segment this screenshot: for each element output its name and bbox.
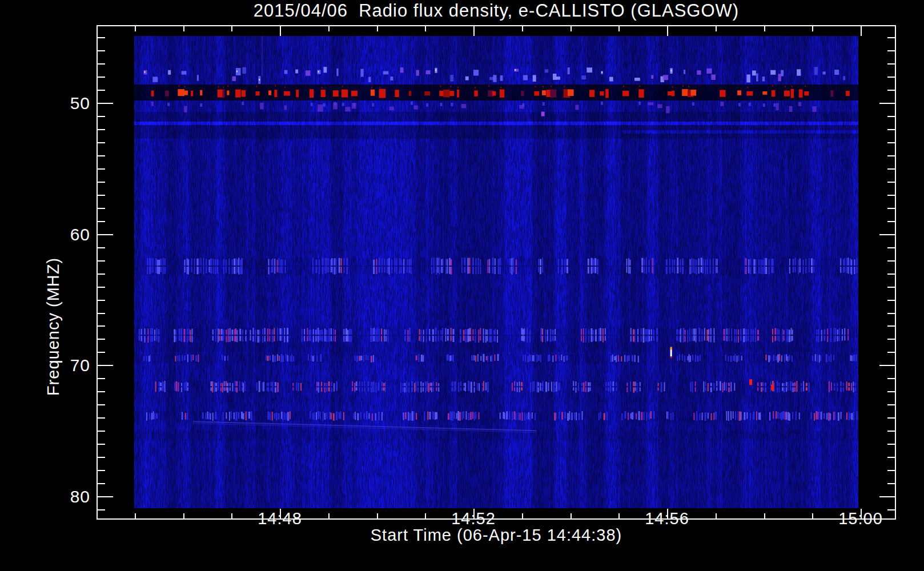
axis-tick	[887, 325, 895, 327]
axis-tick	[887, 116, 895, 117]
axis-tick	[887, 182, 895, 183]
axis-tick	[812, 513, 813, 518]
axis-tick	[887, 300, 895, 301]
spectrogram-canvas	[134, 36, 858, 508]
axis-tick	[231, 26, 232, 31]
axis-tick	[887, 90, 895, 91]
axis-tick	[887, 221, 895, 222]
axis-tick	[231, 513, 232, 518]
axis-tick	[887, 260, 895, 262]
axis-tick	[716, 26, 717, 31]
axis-tick	[887, 457, 895, 458]
axis-tick	[98, 339, 105, 340]
axis-tick	[98, 313, 105, 314]
axis-tick	[618, 26, 620, 31]
callisto-spectrogram-page: { "title": "2015/04/06 Radio flux densit…	[0, 0, 924, 571]
axis-tick	[812, 26, 813, 31]
axis-tick	[98, 496, 113, 497]
axis-tick	[522, 26, 523, 31]
axis-tick	[98, 509, 105, 510]
axis-tick	[98, 260, 105, 262]
axis-tick	[887, 50, 895, 51]
axis-tick	[98, 63, 105, 65]
axis-tick	[98, 404, 105, 405]
x-axis-title: Start Time (06-Apr-15 14:44:38)	[97, 526, 896, 545]
axis-tick	[618, 513, 620, 518]
axis-tick	[887, 431, 895, 432]
axis-tick	[716, 513, 717, 518]
axis-tick	[879, 365, 895, 366]
axis-tick	[98, 182, 105, 183]
axis-tick	[98, 103, 113, 104]
axis-tick	[98, 77, 105, 78]
axis-tick	[98, 168, 105, 170]
axis-tick	[473, 26, 475, 36]
axis-tick	[887, 313, 895, 314]
axis-tick	[887, 195, 895, 196]
axis-tick	[667, 26, 668, 36]
axis-tick	[425, 26, 426, 31]
axis-tick	[98, 378, 105, 379]
axis-tick	[98, 431, 105, 432]
axis-tick	[425, 513, 426, 518]
axis-tick	[183, 513, 184, 518]
axis-tick	[887, 378, 895, 379]
axis-tick	[98, 300, 105, 301]
axis-tick	[135, 26, 136, 31]
axis-tick	[887, 37, 895, 38]
axis-tick	[887, 129, 895, 130]
axis-tick	[522, 513, 523, 518]
axis-tick	[887, 208, 895, 209]
y-tick-label: 60	[0, 225, 90, 244]
axis-tick	[887, 483, 895, 484]
axis-tick	[135, 513, 136, 518]
axis-tick	[571, 26, 572, 31]
axis-tick	[328, 513, 330, 518]
axis-tick	[98, 444, 105, 445]
axis-tick	[887, 339, 895, 340]
axis-tick	[328, 26, 330, 31]
axis-tick	[879, 234, 895, 235]
axis-tick	[98, 234, 113, 235]
axis-tick	[280, 26, 281, 36]
axis-tick	[571, 513, 572, 518]
axis-tick	[98, 470, 105, 471]
axis-tick	[887, 444, 895, 445]
axis-tick	[887, 274, 895, 275]
axis-tick	[887, 352, 895, 353]
axis-tick	[764, 26, 765, 31]
axis-tick	[98, 90, 105, 91]
axis-tick	[887, 404, 895, 405]
axis-tick	[98, 417, 105, 419]
axis-tick	[183, 26, 184, 31]
axis-tick	[98, 352, 105, 353]
axis-tick	[98, 155, 105, 156]
axis-tick	[98, 116, 105, 117]
axis-tick	[887, 168, 895, 170]
axis-tick	[887, 417, 895, 419]
axis-tick	[98, 50, 105, 51]
y-axis-title: Frequency (MHZ)	[44, 258, 63, 396]
axis-tick	[98, 37, 105, 38]
axis-tick	[887, 142, 895, 143]
plot-title: 2015/04/06 Radio flux density, e-CALLIST…	[97, 1, 896, 23]
y-tick-label: 80	[0, 487, 90, 506]
axis-tick	[98, 365, 113, 366]
axis-tick	[98, 325, 105, 327]
axis-tick	[98, 483, 105, 484]
y-tick-label: 50	[0, 94, 90, 113]
axis-tick	[887, 287, 895, 288]
axis-tick	[98, 142, 105, 143]
axis-tick	[879, 103, 895, 104]
axis-tick	[887, 155, 895, 156]
axis-tick	[377, 513, 378, 518]
axis-tick	[98, 457, 105, 458]
axis-tick	[98, 274, 105, 275]
axis-tick	[861, 26, 862, 36]
axis-tick	[764, 513, 765, 518]
axis-tick	[98, 221, 105, 222]
axis-tick	[98, 391, 105, 392]
axis-tick	[879, 496, 895, 497]
axis-tick	[887, 247, 895, 248]
axis-tick	[98, 287, 105, 288]
